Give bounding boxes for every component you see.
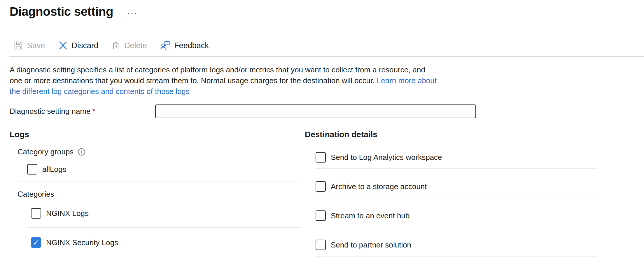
save-icon — [13, 41, 23, 50]
partner-solution-checkbox[interactable] — [316, 240, 326, 250]
destination-section: Destination details Send to Log Analytic… — [305, 130, 602, 258]
info-icon[interactable]: i — [78, 148, 85, 156]
categories-label: Categories — [18, 190, 301, 199]
storage-account-checkbox[interactable] — [316, 181, 326, 192]
intro-paragraph: A diagnostic setting specifies a list of… — [10, 64, 438, 97]
event-hub-checkbox[interactable] — [316, 210, 326, 221]
toolbar-divider — [9, 56, 644, 57]
content-columns: Logs Category groups i allLogs Categorie… — [10, 130, 644, 258]
logs-section: Logs Category groups i allLogs Categorie… — [10, 130, 301, 258]
delete-button[interactable]: Delete — [111, 41, 147, 50]
save-label: Save — [27, 41, 45, 50]
destination-divider — [316, 198, 597, 198]
category-groups-row: Category groups i — [18, 147, 301, 156]
name-field-label: Diagnostic setting name* — [10, 107, 155, 116]
alllogs-label[interactable]: allLogs — [42, 165, 66, 174]
checkmark-icon — [32, 238, 41, 247]
log-analytics-label[interactable]: Send to Log Analytics workspace — [331, 153, 442, 162]
destination-heading: Destination details — [305, 130, 602, 139]
nginx-security-logs-label[interactable]: NGINX Security Logs — [46, 238, 118, 247]
logs-divider — [18, 182, 300, 182]
feedback-label: Feedback — [174, 41, 209, 50]
intro-text: A diagnostic setting specifies a list of… — [10, 65, 425, 85]
check-icon — [316, 240, 325, 250]
category-groups-label: Category groups — [18, 147, 74, 156]
checkbox-row-log-analytics[interactable]: Send to Log Analytics workspace — [316, 152, 602, 163]
check-icon — [316, 153, 325, 162]
destination-divider — [316, 256, 597, 257]
diagnostic-setting-name-input[interactable] — [155, 104, 476, 118]
check-icon — [32, 209, 41, 218]
feedback-button[interactable]: Feedback — [160, 40, 209, 51]
check-icon — [316, 211, 325, 220]
check-icon — [28, 165, 37, 174]
logs-divider — [26, 258, 300, 258]
alllogs-checkbox[interactable] — [27, 164, 37, 175]
delete-label: Delete — [124, 41, 147, 50]
save-button[interactable]: Save — [13, 41, 45, 50]
logs-heading: Logs — [10, 130, 301, 139]
trash-icon — [111, 41, 120, 50]
nginx-logs-checkbox[interactable] — [31, 208, 41, 219]
checkbox-row-partner-solution[interactable]: Send to partner solution — [316, 240, 602, 250]
discard-x-icon — [58, 41, 68, 50]
checkbox-row-nginx-security-logs[interactable]: NGINX Security Logs — [31, 237, 301, 248]
destination-divider — [316, 227, 597, 227]
name-field-row: Diagnostic setting name* — [10, 104, 644, 118]
storage-account-label[interactable]: Archive to a storage account — [331, 182, 427, 191]
checkbox-row-nginx-logs[interactable]: NGINX Logs — [31, 208, 301, 219]
log-analytics-checkbox[interactable] — [316, 152, 326, 163]
feedback-icon — [160, 40, 170, 51]
partner-solution-label[interactable]: Send to partner solution — [331, 240, 411, 250]
checkbox-row-alllogs[interactable]: allLogs — [27, 164, 301, 175]
checkbox-row-event-hub[interactable]: Stream to an event hub — [316, 210, 602, 221]
discard-button[interactable]: Discard — [58, 41, 99, 50]
required-asterisk: * — [92, 107, 95, 116]
discard-label: Discard — [72, 41, 99, 50]
nginx-logs-label[interactable]: NGINX Logs — [46, 209, 89, 218]
ellipsis-icon: ··· — [127, 8, 138, 18]
page-title: Diagnostic setting — [10, 5, 113, 19]
checkbox-row-storage-account[interactable]: Archive to a storage account — [316, 181, 602, 192]
more-button[interactable]: ··· — [127, 10, 138, 16]
event-hub-label[interactable]: Stream to an event hub — [331, 211, 410, 220]
nginx-security-logs-checkbox[interactable] — [31, 237, 41, 248]
check-icon — [316, 182, 325, 191]
logs-divider — [26, 227, 300, 228]
destination-divider — [316, 168, 597, 169]
page-header: Diagnostic setting ··· — [10, 5, 644, 19]
command-bar: Save Discard Delete — [13, 38, 644, 53]
